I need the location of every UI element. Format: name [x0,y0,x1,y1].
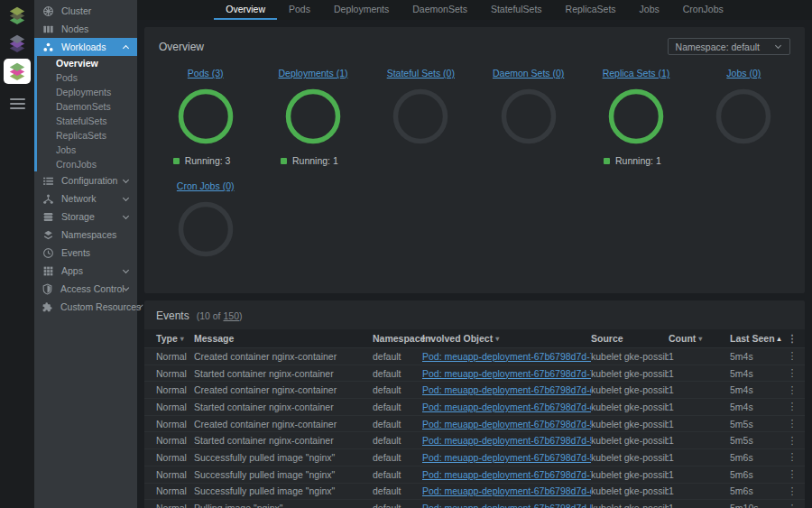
column-header-namespace[interactable]: Namespace▾ [373,333,422,344]
sidebar-item-storage[interactable]: Storage [34,208,137,226]
menu-hamburger-icon[interactable] [10,98,25,109]
event-type: Normal [156,485,194,496]
sidebar-item-nodes[interactable]: Nodes [34,20,137,38]
workloads-icon [42,42,54,53]
row-menu-kebab-icon[interactable]: ⋮ [786,486,798,496]
column-header-type[interactable]: Type▾ [156,333,194,344]
event-source: kubelet gke-possible-s... [591,368,669,379]
event-involved-object-link[interactable]: Pod: meuapp-deployment-67b6798d7d-dhplj [422,402,591,412]
sidebar-item-configuration[interactable]: Configuration [34,171,137,189]
event-involved-object-link[interactable]: Pod: meuapp-deployment-67b6798d7d-7677b [422,368,591,379]
events-table-header: Type▾MessageNamespace▾Involved Object▾So… [144,329,805,347]
chart-title-link[interactable]: Cron Jobs (0) [177,180,235,191]
sidebar-subitem-jobs[interactable]: Jobs [37,143,137,157]
events-panel: Events (10 of 150) Type▾MessageNamespace… [144,300,805,508]
event-table-row[interactable]: NormalSuccessfully pulled image "nginx"d… [144,448,805,466]
sidebar-item-apps[interactable]: Apps [34,262,137,280]
event-count: 1 [669,351,730,362]
table-menu-kebab-icon[interactable]: ⋮ [786,334,798,344]
column-header-last-seen[interactable]: Last Seen▴ [730,333,786,344]
tab-daemonsets[interactable]: DaemonSets [401,0,479,20]
sidebar-subitem-replicasets[interactable]: ReplicaSets [37,128,137,143]
sidebar-item-cluster[interactable]: Cluster [34,2,137,20]
sidebar-item-label: Cluster [61,5,130,16]
sidebar-subitem-daemonsets[interactable]: DaemonSets [37,99,137,114]
sort-descending-icon: ▾ [698,335,702,343]
event-involved-object-link[interactable]: Pod: meuapp-deployment-67b6798d7d-7677b [422,351,591,362]
tab-pods[interactable]: Pods [277,0,322,20]
row-menu-kebab-icon[interactable]: ⋮ [786,503,798,508]
event-involved-object-link[interactable]: Pod: meuapp-deployment-67b6798d7d-59tj6 [422,435,591,446]
sidebar-subitem-cronjobs[interactable]: CronJobs [37,157,137,171]
event-source: kubelet gke-possible-s... [591,351,669,362]
row-menu-kebab-icon[interactable]: ⋮ [786,419,798,429]
event-involved-object-link[interactable]: Pod: meuapp-deployment-67b6798d7d-59tj6 [422,503,591,508]
chart-title-link[interactable]: Daemon Sets (0) [493,68,564,79]
tab-overview[interactable]: Overview [214,0,277,20]
row-menu-kebab-icon[interactable]: ⋮ [786,436,798,446]
sidebar-item-events[interactable]: Events [34,244,137,262]
sidebar-subitem-overview[interactable]: Overview [37,56,137,70]
event-table-row[interactable]: NormalCreated container nginx-containerd… [144,415,805,432]
events-total-link[interactable]: 150 [223,310,239,321]
event-table-row[interactable]: NormalSuccessfully pulled image "nginx"d… [144,483,805,500]
column-header-involved-object[interactable]: Involved Object▾ [422,333,591,344]
column-header-count[interactable]: Count▾ [669,333,730,344]
event-involved-object-link[interactable]: Pod: meuapp-deployment-67b6798d7d-59tj6 [422,419,591,429]
event-involved-object-link[interactable]: Pod: meuapp-deployment-67b6798d7d-dhplj [422,384,591,395]
sidebar-subitem-pods[interactable]: Pods [37,70,137,85]
sidebar-item-network[interactable]: Network [34,189,137,208]
sidebar-item-namespaces[interactable]: Namespaces [34,226,137,244]
event-table-row[interactable]: NormalSuccessfully pulled image "nginx"d… [144,466,805,483]
row-menu-kebab-icon[interactable]: ⋮ [786,385,798,395]
event-table-row[interactable]: NormalCreated container nginx-containerd… [144,381,805,398]
donut-chart [608,88,664,144]
sidebar-item-access-control[interactable]: Access Control [34,280,137,298]
tab-jobs[interactable]: Jobs [628,0,671,20]
chart-title-link[interactable]: Deployments (1) [278,68,347,79]
tab-cronjobs[interactable]: CronJobs [671,0,735,20]
sidebar-item-label: Storage [61,211,124,222]
event-namespace: default [373,384,422,395]
event-involved-object-link[interactable]: Pod: meuapp-deployment-67b6798d7d-59tj6 [422,452,591,463]
event-table-row[interactable]: NormalStarted container nginx-containerd… [144,431,805,448]
row-menu-kebab-icon[interactable]: ⋮ [786,351,798,361]
storage-icon [42,211,54,223]
sidebar-item-workloads[interactable]: Workloads [34,38,137,56]
chart-title-link[interactable]: Pods (3) [188,68,224,79]
tab-deployments[interactable]: Deployments [322,0,401,20]
chart-title-link[interactable]: Replica Sets (1) [603,68,670,79]
sidebar-subitem-deployments[interactable]: Deployments [37,85,137,99]
event-table-row[interactable]: NormalStarted container nginx-containerd… [144,365,805,382]
event-last-seen: 5m4s [730,402,786,412]
donut-chart [715,88,771,144]
event-table-row[interactable]: NormalStarted container nginx-containerd… [144,398,805,415]
tab-statefulsets[interactable]: StatefulSets [479,0,554,20]
sidebar-item-custom-resources[interactable]: Custom Resources [34,298,137,316]
row-menu-kebab-icon[interactable]: ⋮ [786,469,798,479]
legend-label: Running: 3 [185,155,231,166]
cluster-logo-1[interactable] [5,4,30,27]
running-status-swatch [604,158,610,164]
tab-replicasets[interactable]: ReplicaSets [554,0,628,20]
event-involved-object-link[interactable]: Pod: meuapp-deployment-67b6798d7d-dhplj [422,485,591,496]
event-count: 1 [669,402,730,412]
row-menu-kebab-icon[interactable]: ⋮ [786,402,798,411]
sidebar-item-label: Nodes [61,23,130,34]
sidebar-subitem-statefulsets[interactable]: StatefulSets [37,114,137,128]
cluster-logo-3-active[interactable] [5,60,30,83]
event-last-seen: 5m4s [730,384,786,395]
event-involved-object-link[interactable]: Pod: meuapp-deployment-67b6798d7d-7677b [422,469,591,480]
row-menu-kebab-icon[interactable]: ⋮ [786,368,798,378]
namespace-select[interactable]: Namespace: default [668,38,790,55]
event-table-row[interactable]: NormalCreated container nginx-containerd… [144,347,805,365]
cluster-logo-2[interactable] [5,32,30,55]
chart-title-link[interactable]: Jobs (0) [726,68,761,79]
column-header-message[interactable]: Message [194,333,373,344]
donut-chart [285,88,341,144]
event-message: Successfully pulled image "nginx" [194,485,373,496]
row-menu-kebab-icon[interactable]: ⋮ [786,452,798,462]
event-table-row[interactable]: NormalPulling image "nginx"defaultPod: m… [144,499,805,508]
chart-title-link[interactable]: Stateful Sets (0) [387,68,455,79]
column-header-source[interactable]: Source [591,333,669,344]
